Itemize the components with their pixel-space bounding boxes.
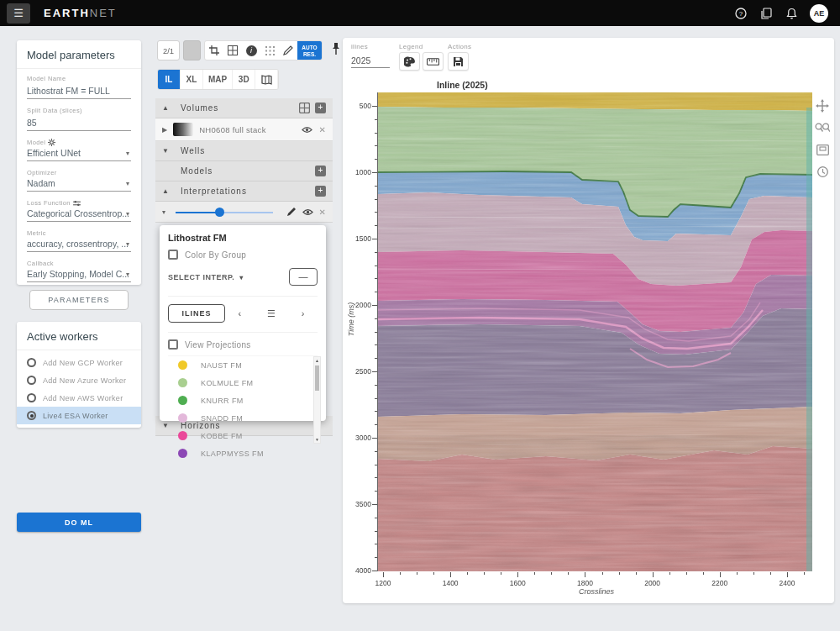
tab-xl[interactable]: XL <box>181 70 203 89</box>
lithostrat-popup: Lithostrat FM Color By Group SELECT INTE… <box>160 225 326 421</box>
reset-view-button[interactable] <box>815 164 830 179</box>
visibility-icon[interactable] <box>302 126 312 134</box>
tick-mark <box>375 133 377 134</box>
optimizer-select-field[interactable]: Optimizer Nadam ▾ <box>27 169 131 192</box>
parameters-button[interactable]: PARAMETERS <box>29 290 129 310</box>
worker-option-gcp[interactable]: Add New GCP Worker <box>17 354 141 371</box>
formation-item[interactable]: NAUST FM <box>168 356 318 374</box>
edit-icon[interactable] <box>286 207 297 217</box>
formation-color-dot <box>178 396 187 405</box>
add-volume-button[interactable]: + <box>315 103 326 113</box>
tick-mark <box>619 572 620 575</box>
remove-interpretation-icon[interactable]: ✕ <box>319 208 326 217</box>
tick-label: 1500 <box>343 234 371 243</box>
callback-select-field[interactable]: Callback Early Stopping, Model C... ▾ <box>27 260 131 282</box>
visibility-icon[interactable] <box>302 208 313 216</box>
color-by-group-checkbox-row[interactable]: Color By Group <box>168 250 318 260</box>
tick-label: 1200 <box>370 579 396 587</box>
crop-button[interactable] <box>205 41 223 60</box>
view-projections-checkbox-row[interactable]: View Projections <box>168 332 318 350</box>
chevron-down-icon: ▾ <box>126 180 129 187</box>
auto-res-button[interactable]: AUTO RES. <box>297 41 322 60</box>
aspect-ratio-box[interactable]: 2/1 <box>157 40 180 60</box>
help-icon[interactable]: ? <box>734 7 748 20</box>
section-volumes[interactable]: ▲ Volumes + <box>155 98 333 118</box>
snapshot-tool-button[interactable] <box>815 142 830 157</box>
metric-select-field[interactable]: Metric accuracy, crossentropy, ... ▾ <box>27 229 131 252</box>
expand-caret-icon[interactable]: ▶ <box>162 126 167 134</box>
split-data-field: Split Data (slices) <box>27 107 131 131</box>
formation-item[interactable]: KOBBE FM <box>168 427 318 444</box>
logo-light: NET <box>90 7 117 19</box>
tick-mark <box>375 518 377 518</box>
bookmarks-icon[interactable] <box>759 7 773 20</box>
scroll-up-icon[interactable]: ▲ <box>314 358 320 363</box>
collapse-caret-icon[interactable]: ▾ <box>162 208 165 216</box>
checkbox-icon[interactable] <box>168 339 178 350</box>
formation-item[interactable]: SNADD FM <box>168 409 318 427</box>
color-swatch-button[interactable] <box>183 40 201 60</box>
prev-arrow-icon[interactable]: ‹ <box>238 308 241 318</box>
notifications-icon[interactable] <box>785 7 798 20</box>
ilines-field: ilines <box>351 43 390 68</box>
tick-mark <box>686 572 687 575</box>
seismic-section-image[interactable] <box>377 92 811 571</box>
model-select-field[interactable]: Model Efficient UNet ▾ <box>27 139 131 161</box>
tick-mark <box>375 424 377 425</box>
worker-option-aws[interactable]: Add New AWS Worker <box>17 389 141 407</box>
colormap-button[interactable] <box>399 52 420 71</box>
add-model-button[interactable]: + <box>315 166 326 176</box>
tick-mark <box>787 572 788 577</box>
loss-function-select-field[interactable]: Loss Function Categorical Crossentrop...… <box>27 199 131 222</box>
tab-3d[interactable]: 3D <box>233 70 255 89</box>
tab-map[interactable]: MAP <box>203 70 233 89</box>
grid-view-button[interactable] <box>223 41 242 60</box>
next-arrow-icon[interactable]: › <box>302 308 305 318</box>
annotate-button[interactable] <box>279 41 297 60</box>
pixel-grid-button[interactable] <box>260 41 279 60</box>
tab-basemap-button[interactable] <box>255 70 278 89</box>
save-button[interactable] <box>448 52 469 71</box>
volume-item[interactable]: ▶ NH0608 full stack ✕ <box>155 118 333 141</box>
opacity-slider[interactable] <box>176 208 273 217</box>
add-interpretation-button[interactable]: + <box>315 186 326 197</box>
section-models[interactable]: Models + <box>155 161 333 181</box>
user-avatar[interactable]: AE <box>810 4 828 23</box>
ilines-input[interactable] <box>351 53 390 68</box>
checkbox-icon[interactable] <box>168 250 178 260</box>
popup-title: Lithostrat FM <box>168 233 318 243</box>
worker-option-live4-esa[interactable]: Live4 ESA Worker <box>17 407 141 424</box>
tick-mark <box>375 491 377 492</box>
model-name-input[interactable] <box>27 84 131 99</box>
scrollbar-thumb[interactable] <box>315 365 319 391</box>
formation-item[interactable]: KLAPPMYSS FM <box>168 444 318 462</box>
split-data-input[interactable] <box>27 116 131 131</box>
tick-mark <box>484 572 485 575</box>
worker-option-azure[interactable]: Add New Azure Worker <box>17 371 141 389</box>
pin-button[interactable] <box>331 42 341 59</box>
do-ml-button[interactable]: DO ML <box>17 513 141 532</box>
hamburger-menu-button[interactable]: ☰ <box>7 3 30 24</box>
volumes-grid-icon[interactable] <box>299 103 310 113</box>
scroll-down-icon[interactable]: ▼ <box>314 437 320 442</box>
tick-label: 2000 <box>640 579 665 587</box>
tick-mark <box>375 385 377 386</box>
tick-mark <box>372 571 377 571</box>
ilines-mode-button[interactable]: ILINES <box>168 304 225 323</box>
section-wells[interactable]: ▼ Wells <box>155 141 333 161</box>
formation-item[interactable]: KOLMULE FM <box>168 374 318 392</box>
select-interp-dropdown[interactable]: SELECT INTERP.▾ <box>168 273 244 281</box>
list-menu-icon[interactable]: ☰ <box>267 308 276 319</box>
info-button[interactable]: i <box>242 41 260 60</box>
zoom-tool-button[interactable] <box>815 120 830 135</box>
tab-il[interactable]: IL <box>158 70 181 89</box>
formation-item[interactable]: KNURR FM <box>168 392 318 409</box>
formation-scrollbar[interactable]: ▲ ▼ <box>313 356 321 444</box>
section-interpretations[interactable]: ▲ Interpretations + <box>155 181 333 202</box>
pan-tool-button[interactable] <box>815 98 830 113</box>
ruler-button[interactable] <box>423 52 444 71</box>
slider-thumb[interactable] <box>215 208 224 217</box>
remove-interp-button[interactable]: — <box>289 268 318 286</box>
tick-label: 2500 <box>343 367 371 376</box>
remove-volume-icon[interactable]: ✕ <box>319 125 326 134</box>
